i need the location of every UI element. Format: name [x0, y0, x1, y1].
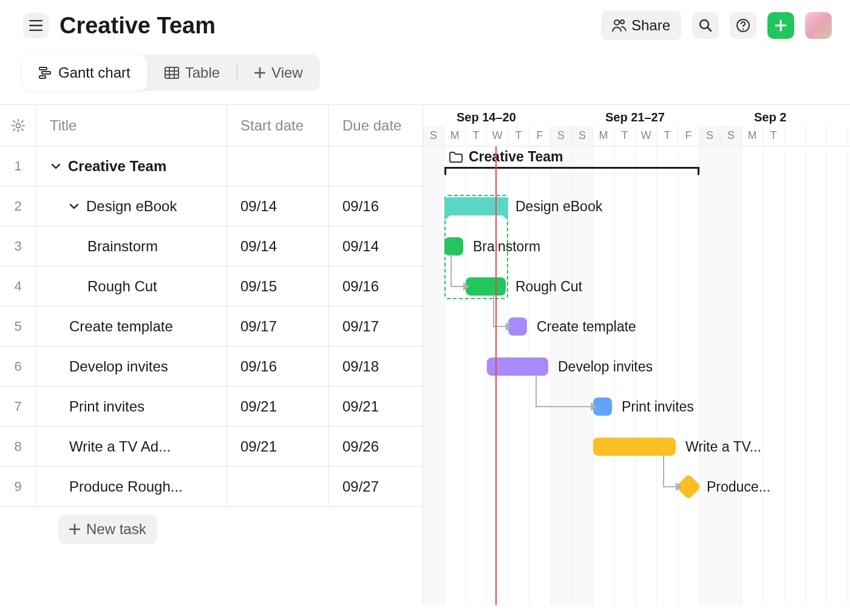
tab-gantt-label: Gantt chart: [58, 64, 131, 81]
task-title-cell[interactable]: Brainstorm: [36, 226, 227, 266]
search-button[interactable]: [692, 12, 719, 39]
task-title-cell[interactable]: Rough Cut: [36, 266, 227, 306]
svg-rect-8: [165, 67, 178, 78]
svg-rect-5: [39, 67, 47, 70]
plus-icon: [775, 19, 787, 32]
due-date-cell[interactable]: 09/16: [329, 266, 423, 306]
column-due[interactable]: Due date: [329, 105, 423, 146]
timeline-header: Sep 14–20Sep 21–27Sep 2 SMTWTFSSMTWTFSSM…: [423, 105, 850, 146]
start-date-cell[interactable]: 09/21: [227, 387, 329, 426]
due-date-cell[interactable]: 09/27: [329, 467, 423, 506]
due-date-cell[interactable]: 09/26: [329, 427, 423, 466]
row-number: 5: [0, 306, 36, 346]
day-header: W: [636, 126, 657, 145]
day-header: S: [721, 126, 742, 145]
day-header: T: [657, 126, 678, 145]
gantt-timeline[interactable]: Sep 14–20Sep 21–27Sep 2 SMTWTFSSMTWTFSSM…: [423, 105, 850, 605]
start-date-cell[interactable]: 09/14: [227, 186, 329, 226]
table-row[interactable]: 6Develop invites09/1609/18: [0, 347, 423, 387]
row-number: 9: [0, 467, 36, 506]
task-title-cell[interactable]: Creative Team: [36, 146, 227, 186]
table-row[interactable]: 3Brainstorm09/1409/14: [0, 226, 423, 266]
help-icon: [736, 18, 750, 33]
start-date-cell[interactable]: 09/17: [227, 306, 329, 346]
task-title-cell[interactable]: Write a TV Ad...: [36, 427, 227, 466]
user-avatar[interactable]: [805, 12, 832, 39]
task-title: Produce Rough...: [69, 478, 183, 495]
day-header: W: [487, 126, 508, 145]
tab-gantt[interactable]: Gantt chart: [22, 55, 148, 91]
table-row[interactable]: 7Print invites09/2109/21: [0, 387, 423, 427]
tab-table-label: Table: [185, 64, 220, 81]
gantt-summary-bar[interactable]: [444, 197, 508, 215]
table-row[interactable]: 9Produce Rough...09/27: [0, 467, 423, 507]
today-indicator: [495, 146, 497, 605]
row-number: 3: [0, 226, 36, 266]
table-row[interactable]: 5Create template09/1709/17: [0, 306, 423, 347]
gantt-bar-label: Rough Cut: [515, 277, 582, 296]
row-number: 4: [0, 266, 36, 306]
chevron-down-icon[interactable]: [69, 203, 79, 209]
start-date-cell[interactable]: [227, 467, 329, 506]
tab-table[interactable]: Table: [148, 55, 237, 91]
start-date-cell[interactable]: 09/16: [227, 347, 329, 386]
svg-point-4: [743, 29, 744, 30]
day-header: [827, 126, 848, 145]
task-title-cell[interactable]: Produce Rough...: [36, 467, 227, 506]
day-header: [806, 126, 827, 145]
task-title: Brainstorm: [87, 238, 158, 255]
gantt-bar[interactable]: [444, 237, 463, 256]
task-title-cell[interactable]: Print invites: [36, 387, 227, 426]
plus-icon: [69, 524, 80, 535]
table-row[interactable]: 4Rough Cut09/1509/16: [0, 266, 423, 306]
svg-point-1: [620, 20, 624, 24]
svg-point-0: [614, 20, 619, 25]
task-title-cell[interactable]: Develop invites: [36, 347, 227, 386]
gantt-bar[interactable]: [508, 317, 527, 336]
day-header: T: [614, 126, 636, 145]
due-date-cell[interactable]: [329, 146, 423, 186]
column-start[interactable]: Start date: [227, 105, 329, 146]
share-button[interactable]: Share: [601, 11, 681, 40]
svg-rect-7: [39, 76, 46, 78]
gantt-bar[interactable]: [593, 398, 612, 416]
gantt-bar[interactable]: [466, 277, 506, 296]
add-view-button[interactable]: View: [237, 55, 320, 91]
gantt-bar[interactable]: [593, 438, 676, 456]
due-date-cell[interactable]: 09/18: [329, 347, 423, 386]
gantt-milestone[interactable]: [676, 474, 701, 499]
start-date-cell[interactable]: 09/14: [227, 226, 329, 266]
table-row[interactable]: 2Design eBook09/1409/16: [0, 186, 423, 226]
chevron-down-icon[interactable]: [51, 163, 61, 169]
day-header: S: [699, 126, 721, 145]
group-label[interactable]: Creative Team: [449, 149, 563, 165]
task-title-cell[interactable]: Create template: [36, 306, 227, 346]
table-row[interactable]: 1Creative Team: [0, 146, 423, 186]
start-date-cell[interactable]: 09/15: [227, 266, 329, 306]
column-title[interactable]: Title: [36, 105, 227, 146]
start-date-cell[interactable]: 09/21: [227, 427, 329, 466]
add-button[interactable]: [767, 12, 794, 39]
gantt-bar-label: Write a TV...: [685, 438, 761, 456]
task-table: Title Start date Due date 1Creative Team…: [0, 105, 423, 605]
gantt-bar-label: Produce...: [707, 478, 770, 496]
gear-icon: [11, 118, 25, 133]
help-button[interactable]: [730, 12, 756, 39]
svg-rect-6: [42, 72, 50, 74]
view-tabs: Gantt chart Table View: [0, 40, 850, 91]
settings-button[interactable]: [0, 105, 36, 146]
due-date-cell[interactable]: 09/17: [329, 306, 423, 346]
task-title: Create template: [69, 318, 173, 335]
day-header: M: [742, 126, 763, 145]
task-title-cell[interactable]: Design eBook: [36, 186, 227, 226]
due-date-cell[interactable]: 09/16: [329, 186, 423, 226]
start-date-cell[interactable]: [227, 146, 329, 186]
due-date-cell[interactable]: 09/14: [329, 226, 423, 266]
due-date-cell[interactable]: 09/21: [329, 387, 423, 426]
timeline-body[interactable]: Creative TeamDesign eBookBrainstormRough…: [423, 146, 850, 605]
table-row[interactable]: 8Write a TV Ad...09/2109/26: [0, 427, 423, 467]
new-task-button[interactable]: New task: [58, 515, 157, 544]
menu-button[interactable]: [23, 13, 49, 38]
hamburger-icon: [29, 20, 42, 31]
day-header: S: [572, 126, 593, 145]
